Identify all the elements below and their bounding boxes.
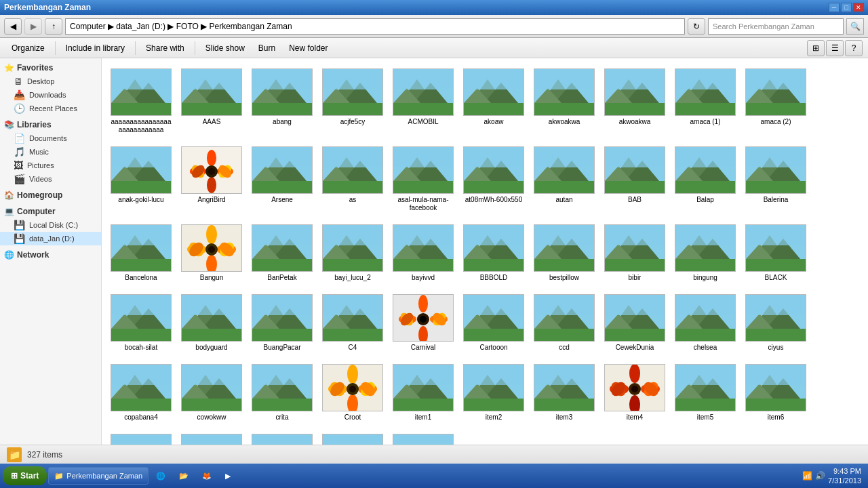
file-item[interactable]: BuangPacar: [248, 289, 316, 357]
file-item[interactable]: item11: [389, 429, 457, 445]
view-list-button[interactable]: ☰: [826, 40, 844, 56]
sidebar-item-downloads[interactable]: 📥 Downloads: [0, 88, 101, 102]
file-item[interactable]: Arsene: [248, 142, 316, 217]
share-with-button[interactable]: Share with: [140, 40, 191, 56]
file-item[interactable]: bocah-silat: [107, 289, 175, 357]
sidebar-item-pictures[interactable]: 🖼 Pictures: [0, 159, 101, 172]
file-item[interactable]: autan: [530, 142, 598, 217]
new-folder-button[interactable]: New folder: [283, 40, 334, 56]
taskbar-app-explorer[interactable]: 📁 Perkembangan Zaman: [48, 467, 149, 485]
favorites-header[interactable]: ⭐ Favorites: [0, 61, 101, 75]
sidebar-item-desktop[interactable]: 🖥 Desktop: [0, 75, 101, 88]
file-item[interactable]: Balap: [671, 142, 739, 217]
file-item[interactable]: chelsea: [671, 289, 739, 357]
file-grid-container[interactable]: aaaaaaaaaaaaaaaaaaaaaaaaaaaa AAAS abang …: [102, 58, 868, 445]
file-item[interactable]: C4: [319, 289, 387, 357]
file-item[interactable]: item7: [107, 429, 175, 445]
sidebar-item-data-jan[interactable]: 💾 data_Jan (D:): [0, 232, 101, 245]
file-item[interactable]: abang: [248, 64, 316, 139]
file-item[interactable]: Bangun: [178, 220, 245, 287]
file-item[interactable]: bayi_lucu_2: [319, 220, 387, 287]
file-item[interactable]: Cartooon: [460, 289, 528, 357]
homegroup-header[interactable]: 🏠 Homegroup: [0, 188, 101, 202]
file-item[interactable]: akoaw: [460, 64, 528, 139]
search-box[interactable]: Search Perkembangan Zaman: [708, 18, 844, 35]
file-item[interactable]: Croot: [319, 359, 387, 426]
up-button[interactable]: ↑: [45, 18, 62, 35]
sidebar-item-local-disk[interactable]: 💾 Local Disk (C:): [0, 218, 101, 232]
svg-rect-1: [111, 103, 171, 115]
maximize-button[interactable]: □: [841, 3, 852, 12]
file-item[interactable]: crita: [248, 359, 316, 426]
file-item[interactable]: amaca (2): [742, 64, 810, 139]
start-button[interactable]: ⊞ Start: [3, 466, 47, 485]
taskbar-firefox[interactable]: 🦊: [196, 467, 218, 485]
file-item[interactable]: at08mWh-600x550: [460, 142, 528, 217]
file-item[interactable]: copabana4: [107, 359, 175, 426]
file-item[interactable]: item8: [178, 429, 245, 445]
file-item[interactable]: BLACK: [742, 220, 810, 287]
computer-header[interactable]: 💻 Computer: [0, 205, 101, 218]
file-item[interactable]: item5: [671, 359, 739, 426]
file-item[interactable]: ciyus: [742, 289, 810, 357]
file-item[interactable]: ACMOBIL: [389, 64, 457, 139]
file-item[interactable]: item9: [248, 429, 316, 445]
file-item[interactable]: Bancelona: [107, 220, 175, 287]
slide-show-button[interactable]: Slide show: [199, 40, 251, 56]
file-item[interactable]: AngriBird: [178, 142, 245, 217]
file-item[interactable]: as: [319, 142, 387, 217]
include-in-library-button[interactable]: Include in library: [60, 40, 131, 56]
file-item[interactable]: acjfe5cy: [319, 64, 387, 139]
network-header[interactable]: 🌐 Network: [0, 248, 101, 262]
view-extra-button[interactable]: ⊞: [807, 40, 825, 56]
libraries-header[interactable]: 📚 Libraries: [0, 118, 101, 131]
taskbar-folder[interactable]: 📂: [173, 467, 195, 485]
file-item[interactable]: akwoakwa: [601, 64, 669, 139]
file-item[interactable]: akwoakwa: [530, 64, 598, 139]
file-item[interactable]: CewekDunia: [601, 289, 669, 357]
file-item[interactable]: item10: [319, 429, 387, 445]
file-item[interactable]: item4: [601, 359, 669, 426]
file-item[interactable]: item3: [530, 359, 598, 426]
refresh-button[interactable]: ↻: [688, 18, 705, 35]
svg-rect-235: [534, 329, 594, 341]
file-item[interactable]: ccd: [530, 289, 598, 357]
organize-button[interactable]: Organize: [5, 40, 51, 56]
sidebar-item-music[interactable]: 🎵 Music: [0, 145, 101, 159]
address-path[interactable]: Computer ▶ data_Jan (D:) ▶ FOTO ▶ Perkem…: [65, 18, 685, 35]
file-item[interactable]: Carnival: [389, 289, 457, 357]
back-button[interactable]: ◀: [4, 18, 22, 35]
file-item[interactable]: cowokww: [178, 359, 245, 426]
file-item[interactable]: item2: [460, 359, 528, 426]
sidebar-item-documents[interactable]: 📄 Documents: [0, 131, 101, 145]
file-item[interactable]: BBBOLD: [460, 220, 528, 287]
sidebar-item-videos[interactable]: 🎬 Videos: [0, 172, 101, 186]
file-thumbnail: [604, 364, 665, 411]
file-item[interactable]: BanPetak: [248, 220, 316, 287]
file-item[interactable]: amaca (1): [671, 64, 739, 139]
sidebar-item-recent-places[interactable]: 🕒 Recent Places: [0, 102, 101, 115]
file-item[interactable]: Balerina: [742, 142, 810, 217]
file-item[interactable]: anak-gokil-lucu: [107, 142, 175, 217]
file-thumbnail: [393, 146, 454, 194]
forward-button[interactable]: ▶: [24, 18, 42, 35]
file-item[interactable]: AAAS: [178, 64, 245, 139]
file-item[interactable]: BAB: [601, 142, 669, 217]
taskbar-ie[interactable]: 🌐: [150, 467, 172, 485]
file-item[interactable]: asal-mula-nama-facebook: [389, 142, 457, 217]
file-item[interactable]: bingung: [671, 220, 739, 287]
file-item[interactable]: aaaaaaaaaaaaaaaaaaaaaaaaaaaa: [107, 64, 175, 139]
close-button[interactable]: ✕: [853, 3, 864, 12]
help-button[interactable]: ?: [845, 40, 863, 56]
file-item[interactable]: item6: [742, 359, 810, 426]
file-item[interactable]: bodyguard: [178, 289, 245, 357]
burn-button[interactable]: Burn: [252, 40, 281, 56]
taskbar-media[interactable]: ▶: [219, 467, 237, 485]
file-item[interactable]: item1: [389, 359, 457, 426]
svg-point-134: [206, 225, 217, 244]
file-item[interactable]: bestpillow: [530, 220, 598, 287]
file-item[interactable]: bayivvd: [389, 220, 457, 287]
minimize-button[interactable]: ─: [829, 3, 840, 12]
search-button[interactable]: 🔍: [846, 18, 864, 35]
file-item[interactable]: bibir: [601, 220, 669, 287]
